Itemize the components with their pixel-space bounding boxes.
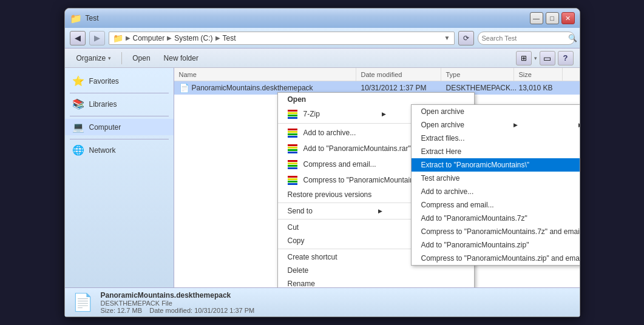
sidebar-divider-1 [70, 93, 169, 93]
help-icon: ? [563, 53, 568, 62]
sub-open-archive-1[interactable]: Open archive [412, 105, 580, 118]
col-header-size[interactable]: Size [514, 68, 563, 81]
sidebar-section-libraries: 📚 Libraries [65, 96, 174, 112]
new-folder-button[interactable]: New folder [158, 51, 204, 65]
7zip-icon [288, 109, 299, 119]
sidebar-section-computer: 💻 Computer [65, 119, 174, 135]
help-button[interactable]: ? [558, 51, 574, 65]
organize-arrow-icon: ▾ [108, 55, 111, 61]
title-bar: 📁 Test — □ ✕ [65, 8, 580, 28]
sub-compress-email[interactable]: Compress and email... [412, 198, 580, 212]
breadcrumb-sep4: ▼ [444, 35, 450, 41]
compress-rar-email-icon [288, 175, 299, 186]
status-file-icon: 📄 [72, 292, 93, 312]
sidebar-item-label-favorites: Favorites [89, 77, 119, 85]
refresh-button[interactable]: ⟳ [458, 31, 474, 45]
sidebar-item-label-network: Network [89, 146, 116, 155]
address-bar: ◀ ▶ 📁 ▶ Computer ▶ System (C:) ▶ Test ▼ … [65, 28, 580, 49]
breadcrumb-icon: 📁 [113, 33, 123, 43]
sub-compress-7z-email[interactable]: Compress to "PanoramicMountains.7z" and … [412, 225, 580, 238]
file-date: 10/31/2012 1:37 PM [361, 84, 427, 92]
folder-icon: 📁 [70, 13, 82, 24]
status-file-name: PanoramicMountains.deskthemepack [101, 291, 255, 300]
preview-button[interactable]: ▭ [540, 51, 555, 65]
7zip-submenu: Open archive Open archive ▶ Extract file… [411, 104, 580, 266]
search-input[interactable] [482, 35, 566, 42]
sidebar-item-favorites[interactable]: ⭐ Favorites [65, 73, 174, 89]
sidebar-section-network: 🌐 Network [65, 142, 174, 158]
toolbar-separator-1 [121, 52, 122, 64]
maximize-button[interactable]: □ [546, 12, 559, 24]
sub-test-archive[interactable]: Test archive [412, 172, 580, 185]
organize-button[interactable]: Organize ▾ [71, 51, 117, 65]
ctx-delete[interactable]: Delete [278, 264, 475, 277]
preview-icon: ▭ [543, 53, 551, 63]
sub-extract-files[interactable]: Extract files... [412, 132, 580, 145]
sidebar-item-libraries[interactable]: 📚 Libraries [65, 96, 174, 112]
file-area: Name Date modified Type Size 📄 Panoramic… [174, 68, 580, 287]
compress-email-icon [288, 159, 299, 170]
status-file-type: DESKTHEMEPACK File [101, 300, 255, 307]
network-icon: 🌐 [72, 144, 84, 156]
sidebar-section-favorites: ⭐ Favorites [65, 73, 174, 89]
col-header-date[interactable]: Date modified [356, 68, 441, 81]
search-icon: 🔍 [568, 34, 577, 42]
ctx-rename[interactable]: Rename [278, 277, 475, 287]
status-bar: 📄 PanoramicMountains.deskthemepack DESKT… [65, 287, 580, 317]
sidebar-item-label-libraries: Libraries [89, 100, 117, 109]
favorites-icon: ⭐ [72, 75, 84, 87]
status-info: PanoramicMountains.deskthemepack DESKTHE… [101, 291, 255, 314]
search-box[interactable]: 🔍 [478, 32, 575, 45]
sidebar-divider-3 [70, 139, 169, 139]
file-header: Name Date modified Type Size [174, 68, 580, 81]
breadcrumb-folder[interactable]: Test [223, 34, 236, 42]
sub-add-zip[interactable]: Add to "PanoramicMountains.zip" [412, 238, 580, 252]
open-button[interactable]: Open [127, 51, 155, 65]
open-archive-arrow-icon: ▶ [514, 122, 518, 128]
7zip-submenu-arrow: ▶ [382, 111, 386, 117]
view-button[interactable]: ⊞ [516, 51, 532, 65]
sub-extract-here[interactable]: Extract Here [412, 145, 580, 158]
minimize-button[interactable]: — [530, 12, 543, 24]
file-icon: 📄 [179, 83, 189, 93]
sendto-arrow-icon: ▶ [378, 208, 382, 214]
sub-extract-to[interactable]: Extract to "PanoramicMountains\" [412, 158, 580, 172]
sub-add-archive[interactable]: Add to archive... [412, 185, 580, 198]
file-type: DESKTHEMEPACK... [446, 84, 517, 92]
close-button[interactable]: ✕ [561, 12, 575, 24]
toolbar-right: ⊞ ▾ ▭ ? [516, 51, 574, 65]
breadcrumb-sep2: ▶ [167, 35, 172, 41]
add-archive-icon [288, 127, 299, 138]
sidebar-item-computer[interactable]: 💻 Computer [65, 119, 174, 135]
breadcrumb-drive[interactable]: System (C:) [174, 34, 212, 42]
breadcrumb-sep3: ▶ [215, 35, 220, 41]
main-area: ⭐ Favorites 📚 Libraries 💻 Computer [65, 68, 580, 287]
back-button[interactable]: ◀ [70, 31, 86, 45]
sidebar-item-network[interactable]: 🌐 Network [65, 142, 174, 158]
window-controls: — □ ✕ [530, 12, 575, 24]
breadcrumb[interactable]: 📁 ▶ Computer ▶ System (C:) ▶ Test ▼ [109, 32, 455, 45]
col-header-type[interactable]: Type [441, 68, 514, 81]
sub-add-7z[interactable]: Add to "PanoramicMountains.7z" [412, 212, 580, 225]
computer-icon: 💻 [72, 121, 84, 133]
explorer-window: 📁 Test — □ ✕ ◀ ▶ 📁 ▶ Computer ▶ System (… [64, 8, 580, 317]
forward-button[interactable]: ▶ [89, 31, 105, 45]
sidebar-item-label-computer: Computer [89, 123, 121, 132]
sub-compress-zip-email[interactable]: Compress to "PanoramicMountains.zip" and… [412, 252, 580, 265]
breadcrumb-sep1: ▶ [126, 35, 130, 41]
view-arrow-icon: ▾ [534, 55, 537, 61]
view-icon: ⊞ [521, 54, 527, 62]
breadcrumb-computer[interactable]: Computer [133, 34, 165, 42]
window-title: Test [86, 14, 99, 22]
file-name: PanoramicMountains.deskthemepack [192, 84, 313, 92]
add-rar-icon [288, 143, 299, 154]
file-size: 13,010 KB [519, 84, 553, 92]
sub-open-archive-2[interactable]: Open archive ▶ [412, 118, 580, 132]
sidebar: ⭐ Favorites 📚 Libraries 💻 Computer [65, 68, 174, 287]
title-bar-left: 📁 Test [70, 13, 99, 24]
libraries-icon: 📚 [72, 98, 84, 110]
sidebar-divider-2 [70, 116, 169, 116]
status-file-size: Size: 12.7 MB Date modified: 10/31/2012 … [101, 307, 255, 314]
col-header-name[interactable]: Name [174, 68, 356, 81]
toolbar: Organize ▾ Open New folder ⊞ ▾ ▭ ? [65, 49, 580, 68]
